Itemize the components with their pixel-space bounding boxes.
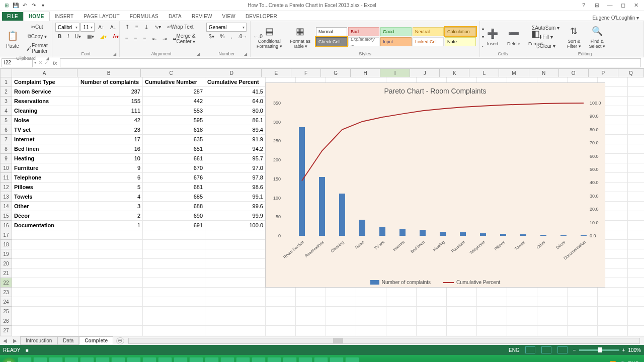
cell-A20[interactable] bbox=[12, 259, 78, 268]
cell-B25[interactable] bbox=[78, 307, 143, 316]
taskbar-app-5[interactable] bbox=[96, 357, 110, 362]
cell-B27[interactable] bbox=[78, 326, 143, 335]
cell-B10[interactable]: 9 bbox=[78, 163, 143, 173]
cell-G24[interactable] bbox=[326, 297, 356, 307]
taskbar-app-1[interactable] bbox=[33, 357, 47, 362]
cell-Q24[interactable] bbox=[628, 297, 644, 307]
column-header-M[interactable]: M bbox=[499, 68, 529, 77]
format-painter-button[interactable]: 🖌 Format Painter bbox=[24, 41, 50, 55]
cell-M25[interactable] bbox=[507, 307, 537, 316]
maximize-icon[interactable]: ◻ bbox=[617, 2, 629, 9]
signed-in-user[interactable]: Eugene O'Loughlin ▾ bbox=[592, 15, 644, 21]
cell-E24[interactable] bbox=[266, 297, 296, 307]
cell-B28[interactable] bbox=[78, 335, 143, 336]
cell-F25[interactable] bbox=[296, 307, 326, 316]
cell-C27[interactable] bbox=[143, 326, 205, 335]
cell-C25[interactable] bbox=[143, 307, 205, 316]
cell-A3[interactable]: Reservations bbox=[12, 97, 78, 106]
cell-F23[interactable] bbox=[296, 288, 326, 297]
cell-A6[interactable]: TV set bbox=[12, 125, 78, 135]
cell-A19[interactable] bbox=[12, 249, 78, 259]
cell-M23[interactable] bbox=[507, 288, 537, 297]
cell-A1[interactable]: Complaint Type bbox=[12, 77, 78, 87]
cell-F24[interactable] bbox=[296, 297, 326, 307]
cell-H26[interactable] bbox=[356, 316, 386, 326]
cell-B19[interactable] bbox=[78, 249, 143, 259]
cell-C9[interactable]: 661 bbox=[143, 154, 205, 163]
row-header-19[interactable]: 19 bbox=[0, 249, 12, 259]
cell-B21[interactable] bbox=[78, 268, 143, 278]
taskbar-app-16[interactable] bbox=[267, 357, 281, 362]
cell-M24[interactable] bbox=[507, 297, 537, 307]
taskbar-app-2[interactable] bbox=[49, 357, 63, 362]
row-header-25[interactable]: 25 bbox=[0, 307, 12, 316]
column-header-P[interactable]: P bbox=[589, 68, 618, 77]
cell-Q2[interactable] bbox=[628, 87, 644, 97]
cell-G28[interactable] bbox=[326, 335, 356, 336]
ribbon-tab-review[interactable]: REVIEW bbox=[187, 12, 217, 21]
cell-B3[interactable]: 155 bbox=[78, 97, 143, 106]
cell-O26[interactable] bbox=[568, 316, 598, 326]
cell-D13[interactable]: 99.1 bbox=[205, 192, 266, 202]
taskbar-app-20[interactable] bbox=[330, 357, 344, 362]
row-header-6[interactable]: 6 bbox=[0, 125, 12, 135]
cell-B1[interactable]: Number of complaints bbox=[78, 77, 143, 87]
cell-Q1[interactable] bbox=[628, 77, 644, 87]
cell-Q8[interactable] bbox=[628, 144, 644, 154]
row-header-17[interactable]: 17 bbox=[0, 230, 12, 240]
qat-more-icon[interactable]: ▾ bbox=[39, 2, 46, 9]
minimize-icon[interactable]: — bbox=[604, 2, 616, 9]
cell-Q14[interactable] bbox=[628, 202, 644, 211]
cell-K25[interactable] bbox=[447, 307, 477, 316]
cell-D21[interactable] bbox=[205, 268, 266, 278]
delete-cells-button[interactable]: ➖Delete bbox=[504, 26, 523, 47]
grow-font-icon[interactable]: A↑ bbox=[96, 23, 107, 32]
normal-view-icon[interactable] bbox=[525, 346, 535, 353]
cell-H24[interactable] bbox=[356, 297, 386, 307]
cell-H23[interactable] bbox=[356, 288, 386, 297]
undo-icon[interactable]: ↶ bbox=[21, 2, 28, 9]
cell-I24[interactable] bbox=[386, 297, 417, 307]
taskbar-app-19[interactable] bbox=[314, 357, 328, 362]
cell-Q21[interactable] bbox=[628, 268, 644, 278]
cell-C21[interactable] bbox=[143, 268, 205, 278]
cell-K26[interactable] bbox=[447, 316, 477, 326]
cell-I26[interactable] bbox=[386, 316, 417, 326]
ribbon-tab-file[interactable]: FILE bbox=[2, 12, 23, 21]
cell-B8[interactable]: 16 bbox=[78, 144, 143, 154]
taskbar-app-7[interactable] bbox=[127, 357, 141, 362]
cell-B13[interactable]: 4 bbox=[78, 192, 143, 202]
cell-J25[interactable] bbox=[417, 307, 447, 316]
cell-H28[interactable] bbox=[356, 335, 386, 336]
column-header-J[interactable]: J bbox=[410, 68, 440, 77]
ribbon-tab-insert[interactable]: INSERT bbox=[50, 12, 79, 21]
cell-D10[interactable]: 97.0 bbox=[205, 163, 266, 173]
cell-D1[interactable]: Cumulative Percent bbox=[205, 77, 266, 87]
column-header-I[interactable]: I bbox=[380, 68, 410, 77]
cell-C1[interactable]: Cumulative Number bbox=[143, 77, 205, 87]
cell-M26[interactable] bbox=[507, 316, 537, 326]
row-header-23[interactable]: 23 bbox=[0, 288, 12, 297]
cell-style-check-cell[interactable]: Check Cell bbox=[316, 37, 347, 46]
cell-D18[interactable] bbox=[205, 240, 266, 249]
cell-L27[interactable] bbox=[477, 326, 507, 335]
column-header-G[interactable]: G bbox=[321, 68, 351, 77]
column-header-D[interactable]: D bbox=[202, 68, 262, 77]
font-name-combo[interactable]: Calibri bbox=[55, 23, 79, 32]
cell-P28[interactable] bbox=[598, 335, 628, 336]
cell-P23[interactable] bbox=[598, 288, 628, 297]
cell-D19[interactable] bbox=[205, 249, 266, 259]
cell-A14[interactable]: Other bbox=[12, 202, 78, 211]
cell-A27[interactable] bbox=[12, 326, 78, 335]
row-header-22[interactable]: 22 bbox=[0, 278, 12, 288]
cell-D5[interactable]: 86.1 bbox=[205, 116, 266, 125]
sheet-nav-next-icon[interactable]: ▶ bbox=[10, 338, 20, 343]
row-header-15[interactable]: 15 bbox=[0, 211, 12, 221]
cell-H25[interactable] bbox=[356, 307, 386, 316]
cell-B24[interactable] bbox=[78, 297, 143, 307]
number-dialog-icon[interactable]: ◢ bbox=[244, 52, 247, 56]
column-header-C[interactable]: C bbox=[141, 68, 202, 77]
column-header-F[interactable]: F bbox=[291, 68, 321, 77]
cell-styles-gallery[interactable]: NormalBadGoodNeutralCalculationCheck Cel… bbox=[315, 27, 476, 47]
page-break-view-icon[interactable] bbox=[557, 346, 568, 353]
